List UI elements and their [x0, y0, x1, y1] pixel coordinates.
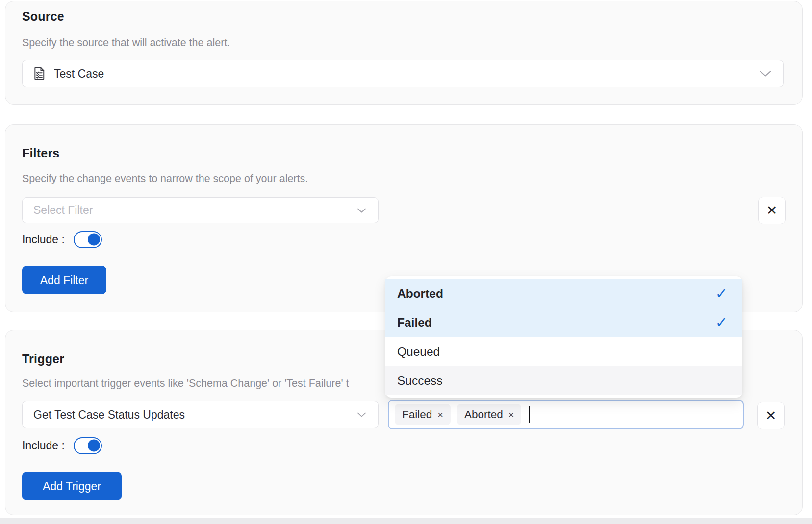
toggle-knob	[88, 440, 100, 452]
option-label: Success	[397, 374, 443, 388]
trigger-include-toggle[interactable]	[74, 437, 102, 454]
source-section-card: Source Specify the source that will acti…	[5, 1, 803, 105]
chevron-down-icon	[357, 412, 366, 418]
remove-tag-icon[interactable]: ×	[508, 409, 514, 420]
tag-label: Aborted	[464, 408, 503, 421]
trigger-title: Trigger	[22, 352, 64, 366]
remove-trigger-button[interactable]: ✕	[757, 402, 785, 429]
close-icon: ✕	[766, 203, 778, 218]
source-description: Specify the source that will activate th…	[22, 37, 230, 49]
check-icon: ✓	[715, 314, 728, 331]
dropdown-option-failed[interactable]: Failed ✓	[385, 308, 742, 337]
trigger-select[interactable]: Get Test Case Status Updates	[22, 401, 379, 428]
filter-include-row: Include :	[22, 230, 102, 249]
include-label: Include :	[22, 439, 65, 452]
selected-tag-failed: Failed ×	[395, 404, 451, 425]
option-label: Queued	[397, 345, 440, 359]
dropdown-option-queued[interactable]: Queued	[385, 337, 742, 366]
add-trigger-button[interactable]: Add Trigger	[22, 472, 122, 500]
remove-filter-button[interactable]: ✕	[758, 197, 786, 224]
status-multiselect-input[interactable]: Failed × Aborted ×	[388, 400, 744, 429]
chevron-down-icon	[357, 208, 366, 213]
dropdown-option-aborted[interactable]: Aborted ✓	[385, 279, 742, 308]
option-label: Aborted	[397, 287, 443, 301]
toggle-knob	[88, 234, 100, 246]
selected-tag-aborted: Aborted ×	[457, 404, 522, 425]
trigger-include-row: Include :	[22, 436, 102, 455]
filter-include-toggle[interactable]	[74, 231, 102, 248]
page-bottom-band	[0, 518, 812, 524]
close-icon: ✕	[765, 408, 777, 423]
filter-select-placeholder: Select Filter	[33, 204, 93, 217]
text-cursor	[529, 406, 530, 423]
source-select[interactable]: Test Case	[22, 60, 784, 87]
add-filter-button[interactable]: Add Filter	[22, 266, 106, 294]
check-icon: ✓	[715, 285, 728, 302]
test-case-document-icon	[32, 66, 46, 81]
filters-description: Specify the change events to narrow the …	[22, 173, 308, 185]
include-label: Include :	[22, 233, 65, 246]
filter-select[interactable]: Select Filter	[22, 197, 379, 223]
tag-label: Failed	[402, 408, 432, 421]
trigger-description: Select important trigger events like 'Sc…	[22, 377, 349, 390]
status-options-dropdown: Aborted ✓ Failed ✓ Queued Success	[385, 276, 742, 398]
chevron-down-icon	[760, 71, 771, 77]
source-select-value: Test Case	[54, 67, 104, 80]
filters-title: Filters	[22, 146, 59, 160]
dropdown-option-success[interactable]: Success	[385, 366, 742, 395]
option-label: Failed	[397, 316, 432, 330]
source-title: Source	[22, 9, 64, 24]
trigger-select-value: Get Test Case Status Updates	[33, 408, 185, 421]
remove-tag-icon[interactable]: ×	[437, 409, 443, 420]
